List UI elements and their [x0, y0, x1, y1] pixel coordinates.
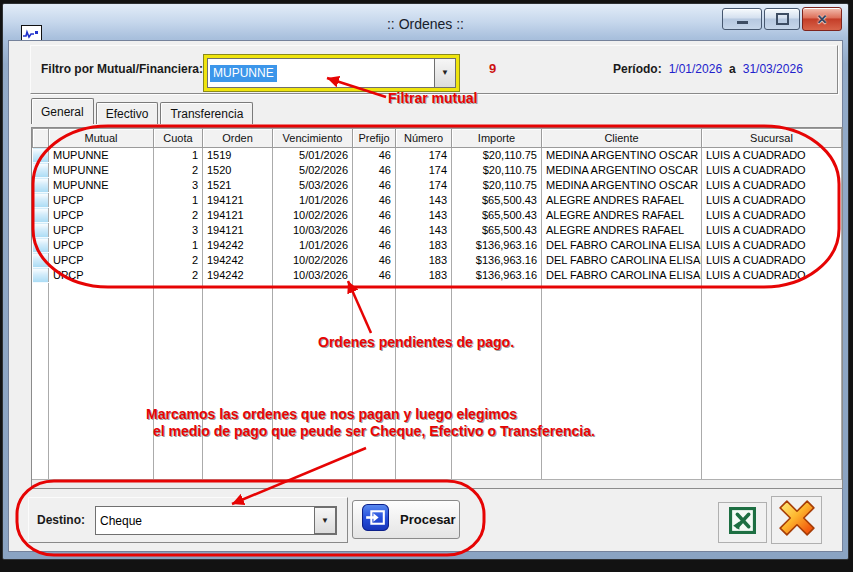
- table-cell: 183: [396, 238, 452, 253]
- row-selector[interactable]: [33, 268, 49, 283]
- column-header[interactable]: [33, 129, 49, 148]
- screen: { "window": { "title": ":: Ordenes ::" }…: [0, 0, 853, 572]
- row-selector[interactable]: [33, 178, 49, 193]
- title-bar[interactable]: :: Ordenes :: ✕: [3, 4, 848, 40]
- column-header[interactable]: Importe: [452, 129, 542, 148]
- tab-general[interactable]: General: [31, 98, 94, 124]
- table-cell: [702, 283, 842, 481]
- combobox-field[interactable]: MUPUNNE: [207, 58, 434, 88]
- table-row[interactable]: MUPUNNE115195/01/202646174$20,110.75MEDI…: [33, 148, 842, 163]
- column-header[interactable]: Sucursal: [702, 129, 842, 148]
- grid-bottom-strip: [32, 479, 842, 488]
- tab-efectivo[interactable]: Efectivo: [96, 102, 159, 124]
- table-cell: MEDINA ARGENTINO OSCAR: [542, 148, 702, 163]
- minimize-icon: [737, 21, 748, 24]
- table-cell: 194242: [203, 253, 273, 268]
- table-row[interactable]: UPCP319412110/03/202646143$65,500.43ALEG…: [33, 223, 842, 238]
- table-cell: 5/02/2026: [273, 163, 353, 178]
- table-cell: 183: [396, 253, 452, 268]
- table-cell: 1/01/2026: [273, 238, 353, 253]
- table-cell: 5/03/2026: [273, 178, 353, 193]
- table-cell: 1: [154, 148, 203, 163]
- table-cell: 1519: [203, 148, 273, 163]
- row-selector[interactable]: [33, 253, 49, 268]
- table-cell: 1: [154, 193, 203, 208]
- table-row[interactable]: UPCP219424210/02/202646183$136,963.16DEL…: [33, 253, 842, 268]
- table-cell: $20,110.75: [452, 163, 542, 178]
- column-header[interactable]: Vencimiento: [273, 129, 353, 148]
- table-row[interactable]: UPCP11942421/01/202646183$136,963.16DEL …: [33, 238, 842, 253]
- table-cell: LUIS A CUADRADO: [702, 178, 842, 193]
- table-cell: [353, 283, 396, 481]
- table-row[interactable]: UPCP219424210/03/202646183$136,963.16DEL…: [33, 268, 842, 283]
- table-cell: 46: [353, 163, 396, 178]
- restore-button[interactable]: [764, 8, 800, 30]
- period-display: Período: 1/01/2026 a 31/03/2026: [613, 62, 803, 76]
- destino-label: Destino:: [37, 513, 85, 527]
- table-cell: 46: [353, 253, 396, 268]
- table-cell: 46: [353, 268, 396, 283]
- tab-transferencia[interactable]: Transferencia: [160, 102, 253, 124]
- table-row[interactable]: UPCP219412110/02/202646143$65,500.43ALEG…: [33, 208, 842, 223]
- table-cell: LUIS A CUADRADO: [702, 208, 842, 223]
- close-icon: ✕: [817, 13, 828, 26]
- row-selector[interactable]: [33, 223, 49, 238]
- row-selector[interactable]: [33, 193, 49, 208]
- table-row[interactable]: MUPUNNE215205/02/202646174$20,110.75MEDI…: [33, 163, 842, 178]
- excel-icon: [729, 507, 756, 538]
- column-header[interactable]: Cliente: [542, 129, 702, 148]
- dropdown-button[interactable]: ▼: [314, 507, 336, 534]
- table-cell: 5/01/2026: [273, 148, 353, 163]
- tab-label: Efectivo: [106, 107, 149, 121]
- table-cell: MEDINA ARGENTINO OSCAR: [542, 163, 702, 178]
- table-cell: 194121: [203, 223, 273, 238]
- table-cell: [273, 283, 353, 481]
- table-cell: $65,500.43: [452, 193, 542, 208]
- period-separator: a: [729, 62, 736, 76]
- table-cell: ALEGRE ANDRES RAFAEL: [542, 193, 702, 208]
- table-cell: 174: [396, 178, 452, 193]
- table-cell: UPCP: [49, 193, 154, 208]
- chevron-down-icon: ▼: [321, 517, 329, 525]
- table-cell: UPCP: [49, 268, 154, 283]
- table-row[interactable]: UPCP11941211/01/202646143$65,500.43ALEGR…: [33, 193, 842, 208]
- table-cell: 10/02/2026: [273, 208, 353, 223]
- table-row[interactable]: MUPUNNE315215/03/202646174$20,110.75MEDI…: [33, 178, 842, 193]
- table-cell: DEL FABRO CAROLINA ELISABETH: [542, 253, 702, 268]
- minimize-button[interactable]: [722, 8, 762, 30]
- table-cell: $65,500.43: [452, 208, 542, 223]
- tab-bar: General Efectivo Transferencia: [31, 99, 253, 124]
- table-cell: DEL FABRO CAROLINA ELISABETH: [542, 268, 702, 283]
- destino-panel: Destino: Cheque ▼: [28, 497, 348, 543]
- orders-grid: MutualCuotaOrdenVencimientoPrefijoNúmero…: [31, 127, 843, 489]
- client-area: Filtro por Mutual/Financiera: MUPUNNE ▼ …: [8, 40, 843, 552]
- table-cell: MUPUNNE: [49, 178, 154, 193]
- table-cell: ALEGRE ANDRES RAFAEL: [542, 208, 702, 223]
- row-selector[interactable]: [33, 163, 49, 178]
- destino-combobox[interactable]: Cheque ▼: [95, 506, 337, 535]
- table-cell: 143: [396, 223, 452, 238]
- column-header[interactable]: Cuota: [154, 129, 203, 148]
- column-header[interactable]: Mutual: [49, 129, 154, 148]
- table-cell: 46: [353, 148, 396, 163]
- export-excel-button[interactable]: [718, 502, 767, 543]
- table-cell: 194242: [203, 238, 273, 253]
- mutual-filter-combobox[interactable]: MUPUNNE ▼: [204, 55, 459, 91]
- row-selector[interactable]: [33, 208, 49, 223]
- row-selector[interactable]: [33, 148, 49, 163]
- orders-table: MutualCuotaOrdenVencimientoPrefijoNúmero…: [32, 128, 842, 480]
- table-cell: [396, 283, 452, 481]
- column-header[interactable]: Número: [396, 129, 452, 148]
- column-header[interactable]: Orden: [203, 129, 273, 148]
- procesar-button[interactable]: Procesar: [352, 500, 460, 539]
- table-cell: ALEGRE ANDRES RAFAEL: [542, 223, 702, 238]
- column-header[interactable]: Prefijo: [353, 129, 396, 148]
- row-selector[interactable]: [33, 238, 49, 253]
- table-cell: 183: [396, 268, 452, 283]
- dropdown-button[interactable]: ▼: [434, 58, 456, 88]
- table-cell: UPCP: [49, 208, 154, 223]
- chevron-down-icon: ▼: [441, 69, 449, 77]
- cancel-close-button[interactable]: [771, 496, 822, 544]
- restore-icon: [776, 13, 789, 25]
- close-button[interactable]: ✕: [802, 7, 842, 31]
